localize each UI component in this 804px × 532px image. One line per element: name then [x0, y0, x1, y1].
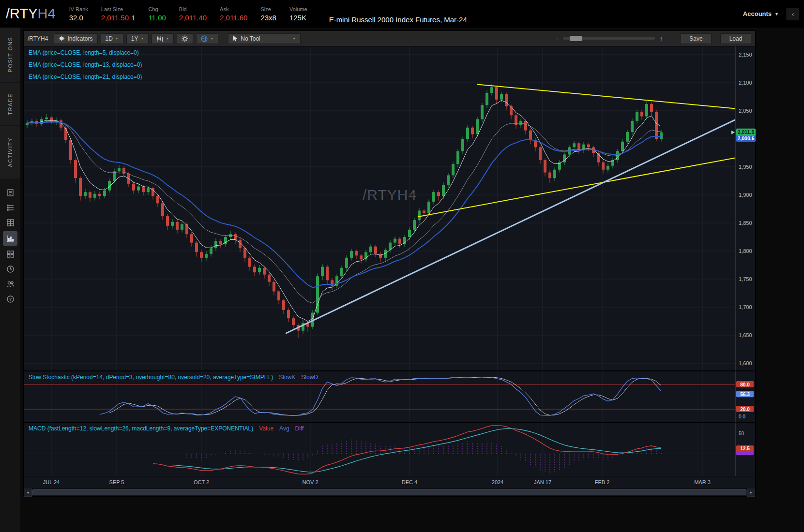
zoom-slider-handle[interactable] — [570, 36, 582, 41]
chevron-down-icon: ▼ — [210, 37, 213, 40]
timeframe-dropdown[interactable]: 1D ▼ — [101, 33, 123, 44]
load-button[interactable]: Load — [720, 33, 751, 44]
sidebar-tab-positions[interactable]: POSITIONS — [0, 28, 20, 82]
chevron-down-icon: ▼ — [774, 12, 779, 16]
time-axis-label: 2024 — [492, 479, 503, 485]
scroll-left-button[interactable]: ◄ — [24, 488, 32, 497]
sidebar-tab-activity[interactable]: ACTIVITY — [0, 126, 20, 178]
candles — [26, 84, 663, 338]
contract-description: E-mini Russell 2000 Index Futures, Mar-2… — [329, 15, 467, 24]
svg-text:0.0: 0.0 — [739, 414, 745, 419]
chart-grid — [24, 46, 735, 370]
stoch-bubbles: 80.056.320.00.0 — [736, 381, 754, 419]
price-axis-label: 1,650 — [739, 332, 752, 338]
chart-style-dropdown[interactable]: ▼ — [196, 33, 218, 44]
time-axis[interactable]: JUL 24SEP 5OCT 2NOV 2DEC 42024JAN 17FEB … — [24, 476, 755, 488]
zoom-control: - + — [556, 35, 663, 43]
price-axis-label: 2,100 — [739, 80, 752, 86]
time-axis-label: SEP 5 — [109, 479, 124, 485]
chevron-down-icon: ▼ — [292, 37, 296, 40]
globe-icon — [201, 35, 208, 42]
macd-study-label[interactable]: MACD (fastLength=12, slowLength=26, macd… — [29, 425, 303, 432]
collapse-panel-button[interactable]: ‹ — [787, 8, 799, 20]
cursor-icon — [233, 35, 238, 42]
accounts-dropdown[interactable]: Accounts ▼ — [743, 10, 779, 17]
ema-overlays — [27, 101, 661, 322]
community-people-icon[interactable] — [0, 277, 20, 292]
charts-icon[interactable] — [0, 230, 20, 247]
settings-button[interactable] — [177, 33, 193, 44]
svg-text:2,000.6: 2,000.6 — [737, 135, 754, 141]
save-button[interactable]: Save — [681, 33, 712, 44]
main-chart-canvas[interactable]: 2,1502,1002,0502,0001,9501,9001,8501,800… — [24, 46, 756, 370]
chart-type-dropdown[interactable]: ▼ — [152, 33, 174, 44]
drawing-tool-dropdown[interactable]: No Tool ▼ — [228, 33, 301, 44]
zoom-in-button[interactable]: + — [659, 35, 663, 43]
zoom-slider[interactable] — [563, 37, 655, 40]
dashboard-icon[interactable] — [0, 247, 20, 262]
stat-size: Size 23x8 — [260, 6, 276, 22]
gear-icon — [182, 35, 188, 42]
svg-text:12.5: 12.5 — [740, 446, 750, 451]
range-dropdown[interactable]: 1Y ▼ — [126, 33, 149, 44]
arrow-right-icon: ► — [749, 490, 753, 495]
history-clock-icon[interactable] — [0, 262, 20, 277]
chevron-down-icon: ▼ — [140, 37, 144, 40]
time-axis-label: JUL 24 — [43, 479, 60, 485]
stoch-lines — [100, 377, 661, 416]
chart-symbol-label: /RTYH4 — [28, 35, 48, 42]
news-icon[interactable] — [0, 185, 20, 200]
time-axis-label: JAN 17 — [534, 479, 551, 485]
price-bubbles: 2,000.62,011.5 — [731, 129, 756, 142]
svg-text:20.0: 20.0 — [740, 407, 750, 412]
svg-text:2,011.5: 2,011.5 — [738, 129, 755, 135]
stat-chg: Chg 11.00 — [148, 6, 166, 22]
trendline — [477, 85, 735, 109]
price-axis-label: 1,750 — [739, 276, 752, 282]
trendline — [286, 120, 735, 334]
chart-scrollbar[interactable]: ◄ ► — [24, 488, 755, 496]
ema13-study-label[interactable]: EMA (price=CLOSE, length=13, displace=0) — [29, 61, 142, 68]
help-icon[interactable]: ? — [0, 292, 20, 307]
indicators-button[interactable]: Indicators — [54, 33, 97, 44]
scrollbar-handle[interactable] — [32, 489, 746, 495]
arrow-left-icon: ◄ — [26, 490, 30, 495]
quote-header: /RTYH4 IV Rank 32.0 Last Size 2,011.501 … — [0, 0, 804, 28]
price-axis-label: 1,700 — [739, 304, 752, 310]
quote-grid-icon[interactable] — [0, 215, 20, 230]
price-axis[interactable]: 2,1502,1002,0502,0001,9501,9001,8501,800… — [739, 52, 752, 366]
sidebar-tab-trade[interactable]: TRADE — [0, 83, 20, 125]
chevron-down-icon: ▼ — [115, 37, 119, 40]
macd-histogram — [187, 439, 661, 473]
stochastic-study-label[interactable]: Slow Stochastic (kPeriod=14, dPeriod=3, … — [29, 374, 318, 381]
stat-ask: Ask 2,011.60 — [220, 6, 247, 22]
time-axis-label: FEB 2 — [595, 479, 610, 485]
overlay-study-labels: EMA (price=CLOSE, length=5, displace=0) … — [29, 49, 142, 86]
ema5-study-label[interactable]: EMA (price=CLOSE, length=5, displace=0) — [29, 49, 142, 56]
time-axis-label: MAR 3 — [694, 479, 711, 485]
macd-bubbles: 5012.5 — [736, 431, 754, 455]
svg-text:?: ? — [9, 297, 11, 302]
main-chart: /RTYH4 2,1502,1002,0502,0001,9501,9001,8… — [24, 46, 755, 370]
svg-text:80.0: 80.0 — [740, 382, 750, 387]
price-axis-label: 1,850 — [739, 220, 752, 226]
svg-text:50: 50 — [739, 431, 744, 436]
watchlist-icon[interactable] — [0, 200, 20, 215]
trendlines[interactable] — [286, 85, 735, 334]
ema21-study-label[interactable]: EMA (price=CLOSE, length=21, displace=0) — [29, 74, 142, 80]
price-axis-label: 1,600 — [739, 360, 752, 366]
stat-bid: Bid 2,011.40 — [179, 6, 207, 22]
chart-toolbar: /RTYH4 Indicators 1D ▼ 1Y ▼ ▼ ▼ — [24, 31, 755, 46]
chart-panel: /RTYH4 Indicators 1D ▼ 1Y ▼ ▼ ▼ — [23, 30, 756, 497]
indicators-icon — [59, 35, 65, 42]
scroll-right-button[interactable]: ► — [747, 488, 755, 497]
zoom-out-button[interactable]: - — [556, 35, 559, 43]
symbol-title: /RTYH4 — [6, 6, 56, 22]
price-axis-label: 1,800 — [739, 248, 752, 254]
chevron-down-icon: ▼ — [166, 37, 169, 40]
left-sidebar: POSITIONS TRADE ACTIVITY — [0, 28, 20, 532]
svg-text:56.3: 56.3 — [740, 392, 750, 397]
price-axis-label: 1,900 — [739, 192, 752, 198]
stat-iv-rank: IV Rank 32.0 — [69, 6, 88, 22]
stat-volume: Volume 125K — [289, 6, 307, 22]
